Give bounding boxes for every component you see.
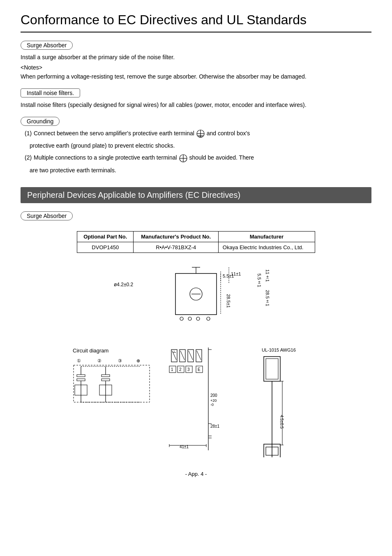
svg-rect-37 — [101, 379, 110, 381]
svg-rect-27 — [74, 365, 150, 402]
grounding-item-2: (2) Multiple connections to a single pro… — [21, 153, 371, 162]
svg-point-9 — [180, 317, 183, 320]
right-diagram-area: UL-1015 AWG16 4.5±0.5 — [262, 348, 319, 459]
svg-line-53 — [180, 351, 184, 360]
dim-label-diameter: ø4.2±0.2 — [114, 282, 133, 287]
surge-absorber-text: Install a surge absorber at the primary … — [21, 53, 371, 62]
surge-absorber-badge: Surge Absorber — [21, 41, 73, 50]
svg-line-54 — [189, 351, 193, 360]
dim-11: 11±1 — [265, 269, 270, 282]
grounding-item-1-indent: protective earth (ground plate) to preve… — [21, 141, 371, 150]
list-number-1: (1) — [25, 129, 34, 138]
cell-product-no: R•A•V-781BXZ-4 — [134, 242, 218, 253]
peripheral-section-header: Peripheral Devices Applicable to Amplifi… — [21, 187, 371, 203]
svg-point-11 — [196, 317, 200, 320]
svg-text:1: 1 — [171, 367, 173, 372]
page-footer: - App. 4 - — [21, 471, 371, 477]
grounding-item-2-text: Multiple connections to a single protect… — [34, 153, 371, 162]
circuit-label: Circuit diagram — [73, 348, 155, 354]
parts-table: Optional Part No. Manufacturer's Product… — [77, 231, 315, 253]
page-title: Conformance to EC Directives and UL Stan… — [21, 12, 371, 32]
svg-line-55 — [197, 351, 201, 360]
cell-manufacturer-name: Okaya Electric Industries Co., Ltd. — [218, 242, 315, 253]
noise-filter-section: Install noise filters. Install noise fil… — [21, 88, 371, 109]
svg-text:①: ① — [77, 358, 81, 363]
svg-point-12 — [207, 317, 210, 320]
svg-text:3: 3 — [187, 367, 190, 372]
grounding-item-1: (1) Connect between the servo amplifier'… — [21, 129, 371, 138]
component-diagram-area: ø4.2±0.2 5.5±1 11±1 — [21, 261, 371, 335]
svg-text:②: ② — [97, 358, 101, 363]
svg-text:E: E — [198, 367, 201, 372]
component-diagram: ø4.2±0.2 5.5±1 11±1 — [110, 261, 282, 335]
center-svg: 1 2 3 E 200 +20 -0 28±1 41±1 — [163, 348, 254, 450]
dim-5-5: 5.5±1 — [257, 273, 262, 287]
svg-text:2: 2 — [179, 367, 182, 372]
cell-dvop1450: DVOP1450 — [77, 242, 134, 253]
right-svg: 4.5±0.5 — [262, 354, 315, 457]
notes-text: When performing a voltage-resisting test… — [21, 72, 371, 81]
svg-text:28±1: 28±1 — [210, 424, 220, 429]
surge-absorber-badge-2: Surge Absorber — [21, 211, 73, 220]
svg-text:⊕: ⊕ — [136, 358, 140, 363]
table-data-row: DVOP1450 R•A•V-781BXZ-4 Okaya Electric I… — [77, 242, 315, 253]
svg-text:+20: +20 — [210, 398, 217, 403]
svg-text:-0: -0 — [210, 403, 214, 407]
grounding-item-1-text: Connect between the servo amplifier's pr… — [34, 129, 371, 138]
svg-rect-78 — [266, 359, 278, 379]
grounding-section: Grounding (1) Connect between the servo … — [21, 117, 371, 175]
svg-rect-30 — [77, 375, 85, 377]
bottom-diagrams: Circuit diagram ① ② ③ ⊕ — [21, 348, 371, 459]
surge-absorber-section: Surge Absorber Install a surge absorber … — [21, 41, 371, 81]
svg-rect-77 — [264, 357, 280, 381]
svg-text:③: ③ — [118, 358, 122, 363]
svg-text:28.5±1: 28.5±1 — [226, 294, 231, 308]
col-manufacturer-product-no: Manufacturer's Product No. — [134, 231, 218, 242]
component-top-svg: 5.5±1 11±1 28.5±1 — [151, 265, 274, 331]
svg-text:11±1: 11±1 — [231, 271, 241, 276]
table-header-row: Optional Part No. Manufacturer's Product… — [77, 231, 315, 242]
surge-absorber-section-2: Surge Absorber — [21, 211, 371, 224]
list-number-2: (2) — [25, 153, 34, 162]
svg-rect-36 — [101, 375, 110, 377]
col-optional-part-no: Optional Part No. — [77, 231, 134, 242]
grounding-item-2-indent: are two protective earth terminals. — [21, 166, 371, 175]
circuit-svg: ① ② ③ ⊕ — [73, 356, 151, 410]
circuit-diagram-area: Circuit diagram ① ② ③ ⊕ — [73, 348, 155, 411]
dim-28-5: 28.5±1 — [265, 290, 270, 306]
center-diagram-area: 1 2 3 E 200 +20 -0 28±1 41±1 — [163, 348, 254, 452]
earth-symbol-2 — [179, 154, 188, 163]
svg-line-52 — [172, 351, 176, 360]
col-manufacturer: Manufacturer — [218, 231, 315, 242]
svg-text:200: 200 — [210, 393, 217, 398]
grounding-badge: Grounding — [21, 117, 60, 126]
svg-rect-31 — [77, 379, 85, 381]
earth-symbol-1 — [196, 129, 205, 138]
svg-point-10 — [188, 317, 191, 320]
noise-filter-badge: Install noise filters. — [21, 88, 80, 97]
parts-table-wrapper: Optional Part No. Manufacturer's Product… — [77, 231, 315, 253]
svg-text:4.5±0.5: 4.5±0.5 — [279, 415, 284, 429]
notes-header: <Notes> — [21, 64, 371, 71]
ul-label: UL-1015 AWG16 — [262, 348, 319, 352]
noise-filter-text: Install noise filters (specially designe… — [21, 101, 371, 109]
